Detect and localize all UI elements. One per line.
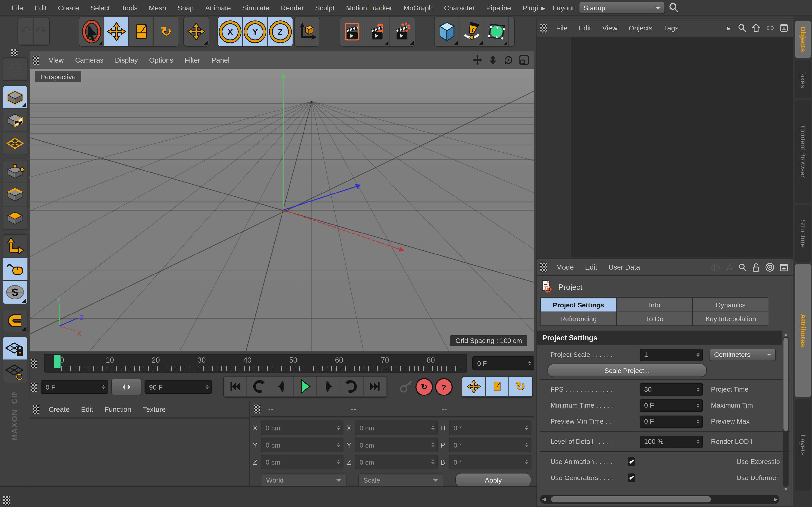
tab-key-interpolation[interactable]: Key Interpolation: [693, 312, 768, 325]
stepper-icon[interactable]: [697, 384, 700, 395]
coordinate-system-button[interactable]: [295, 17, 319, 46]
size-mode-dropdown[interactable]: Scale: [358, 473, 444, 487]
make-editable-button[interactable]: [2, 57, 27, 81]
timeline-playhead[interactable]: [54, 355, 61, 368]
size-x-field[interactable]: 0 cm: [355, 420, 437, 435]
coordinate-grip[interactable]: [254, 404, 260, 413]
lock-icon[interactable]: [752, 263, 760, 272]
enable-axis-button[interactable]: [2, 234, 27, 258]
snap-button[interactable]: [2, 309, 27, 332]
fps-field[interactable]: 30: [640, 383, 703, 395]
render-view-button[interactable]: [340, 17, 365, 46]
menu-mesh[interactable]: Mesh: [143, 4, 172, 12]
z-axis-lock-button[interactable]: Z: [268, 17, 293, 46]
tab-takes[interactable]: Takes: [795, 60, 811, 98]
om-eye-icon[interactable]: [765, 24, 775, 32]
om-menu-view[interactable]: View: [597, 24, 623, 32]
stepper-icon[interactable]: [697, 400, 700, 411]
rotation-p-field[interactable]: 0 °: [449, 438, 531, 452]
vp-menu-cameras[interactable]: Cameras: [69, 56, 109, 64]
vp-menu-filter[interactable]: Filter: [179, 56, 206, 64]
camera-label[interactable]: Perspective: [35, 71, 81, 82]
menu-file[interactable]: File: [6, 4, 29, 12]
om-home-icon[interactable]: [751, 23, 761, 33]
attribute-horizontal-scrollbar[interactable]: ◀ ▶: [540, 495, 779, 504]
menu-sculpt[interactable]: Sculpt: [309, 4, 340, 12]
zoom-view-icon[interactable]: [488, 55, 498, 65]
record-position-toggle[interactable]: [462, 377, 486, 396]
size-z-field[interactable]: 0 cm: [355, 455, 437, 469]
add-generator-button[interactable]: [484, 17, 509, 46]
model-mode-button[interactable]: [2, 86, 27, 109]
play-button[interactable]: [294, 377, 317, 396]
stepper-icon[interactable]: [697, 349, 700, 360]
tab-layers[interactable]: Layers: [795, 399, 811, 491]
attr-menu-user-data[interactable]: User Data: [603, 264, 646, 271]
vp-menu-display[interactable]: Display: [109, 56, 144, 64]
scale-project-button[interactable]: Scale Project...: [547, 363, 707, 377]
target-icon[interactable]: [765, 262, 775, 272]
goto-end-button[interactable]: [364, 377, 387, 396]
y-axis-lock-button[interactable]: Y: [243, 17, 268, 46]
stepper-icon[interactable]: [528, 357, 531, 370]
attr-menu-mode[interactable]: Mode: [551, 264, 579, 271]
menu-select[interactable]: Select: [85, 4, 115, 12]
attribute-vertical-scrollbar[interactable]: ▲ ▼: [782, 332, 790, 492]
vp-menu-options[interactable]: Options: [144, 56, 179, 64]
workplane-lock-button[interactable]: [2, 337, 27, 360]
position-z-field[interactable]: 0 cm: [261, 455, 344, 469]
pen-spline-button[interactable]: [459, 17, 484, 46]
object-list[interactable]: [537, 37, 793, 258]
record-rotation-toggle[interactable]: ↻: [509, 377, 532, 396]
mat-menu-function[interactable]: Function: [99, 405, 137, 413]
render-picture-viewer-button[interactable]: [365, 17, 390, 46]
scrollbar-thumb[interactable]: [783, 338, 788, 431]
viewport-grip[interactable]: [33, 56, 40, 64]
preview-min-time-field[interactable]: 0 F: [640, 415, 703, 428]
history-up-icon[interactable]: [726, 263, 733, 272]
position-x-field[interactable]: 0 cm: [261, 420, 344, 435]
live-selection-tool-button[interactable]: [79, 17, 104, 46]
tab-project-settings[interactable]: Project Settings: [541, 298, 616, 312]
menu-character[interactable]: Character: [439, 4, 480, 12]
scroll-down-icon[interactable]: ▼: [783, 487, 788, 492]
om-menu-tags[interactable]: Tags: [658, 24, 684, 32]
polygons-mode-button[interactable]: [2, 206, 27, 230]
stepper-icon[interactable]: [697, 436, 700, 447]
layout-dropdown[interactable]: Startup: [579, 2, 665, 14]
history-back-icon[interactable]: [710, 263, 721, 272]
current-frame-field[interactable]: 0 F: [473, 356, 535, 370]
render-settings-button[interactable]: [390, 17, 415, 46]
redo-button[interactable]: ↷: [34, 18, 49, 44]
status-grip[interactable]: [3, 496, 10, 505]
goto-start-button[interactable]: [223, 377, 247, 396]
edges-mode-button[interactable]: [2, 183, 27, 207]
menu-edit[interactable]: Edit: [29, 4, 52, 12]
tab-objects[interactable]: Objects: [795, 20, 811, 58]
rotation-b-field[interactable]: 0 °: [449, 455, 531, 469]
record-scale-toggle[interactable]: [486, 377, 509, 396]
start-frame-field[interactable]: 0 F: [41, 380, 108, 394]
tab-dynamics[interactable]: Dynamics: [693, 298, 768, 312]
last-used-tool-button[interactable]: [184, 17, 209, 46]
coordinate-system-dropdown[interactable]: World: [261, 473, 346, 487]
end-frame-field[interactable]: 90 F: [145, 380, 212, 394]
x-axis-lock-button[interactable]: X: [218, 17, 243, 46]
rotate-tool-button[interactable]: ↻: [154, 17, 179, 46]
menu-tools[interactable]: Tools: [115, 4, 143, 12]
menu-pipeline[interactable]: Pipeline: [480, 4, 517, 12]
mat-menu-edit[interactable]: Edit: [75, 405, 99, 413]
use-animation-checkbox[interactable]: ✔: [627, 457, 635, 466]
om-search-icon[interactable]: [738, 23, 747, 33]
menu-simulate[interactable]: Simulate: [237, 4, 275, 12]
rotate-view-icon[interactable]: [503, 55, 514, 65]
menu-render[interactable]: Render: [275, 4, 309, 12]
toggle-panel-layout-icon[interactable]: [519, 55, 529, 65]
tab-attributes[interactable]: Attributes: [795, 264, 811, 397]
undo-button[interactable]: ↶: [18, 18, 34, 44]
level-of-detail-field[interactable]: 100 %: [640, 435, 703, 448]
vp-menu-panel[interactable]: Panel: [206, 56, 235, 64]
points-mode-button[interactable]: [2, 160, 27, 183]
tab-to-do[interactable]: To Do: [617, 312, 692, 325]
attr-menu-edit[interactable]: Edit: [579, 264, 603, 271]
